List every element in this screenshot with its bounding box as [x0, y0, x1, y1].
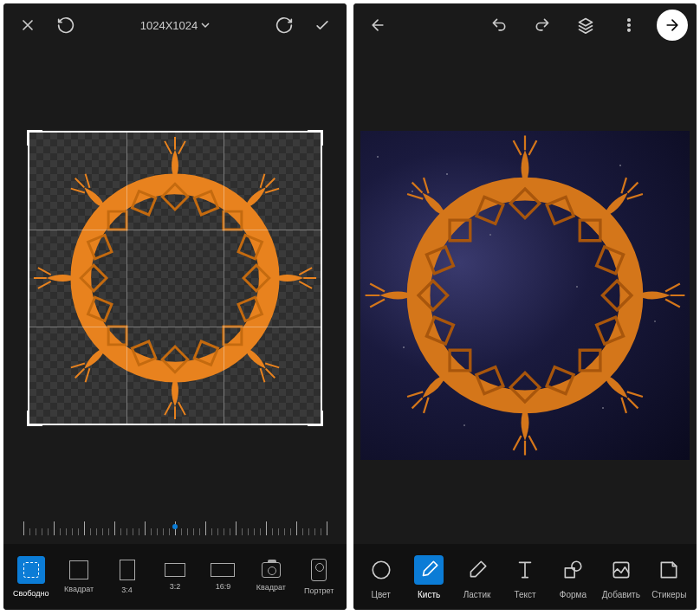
tool-label: Стикеры	[651, 590, 686, 599]
tool-label: Цвет	[371, 590, 390, 599]
back-icon[interactable]	[362, 10, 393, 41]
chevron-down-icon	[201, 21, 210, 29]
undo-icon[interactable]	[483, 10, 515, 41]
crop-handle-bl[interactable]	[27, 411, 42, 426]
ratio-label: Квадрат	[64, 585, 94, 593]
tool-add[interactable]: Добавить	[599, 555, 644, 599]
crop-handle-tl[interactable]	[27, 130, 42, 146]
dimensions-text: 1024X1024	[140, 19, 198, 32]
crop-ratio-bar: Свободно Квадрат 3:4 3:2 16:9 Квадрат По…	[3, 544, 347, 610]
crop-frame[interactable]	[28, 131, 322, 425]
ratio-3-2[interactable]: 3:2	[152, 563, 198, 591]
tool-stickers[interactable]: Стикеры	[646, 555, 691, 599]
tool-label: Ластик	[463, 590, 491, 599]
svg-point-1	[628, 19, 631, 22]
tool-text[interactable]: Текст	[502, 555, 548, 599]
ruler-indicator	[172, 524, 178, 529]
ratio-label: Свободно	[13, 589, 49, 598]
ratio-free[interactable]: Свободно	[9, 556, 54, 598]
draw-canvas[interactable]	[353, 47, 697, 544]
tool-brush[interactable]: Кисть	[406, 555, 451, 599]
crop-handle-br[interactable]	[308, 411, 323, 426]
ratio-3-4[interactable]: 3:4	[105, 560, 150, 594]
ratio-portrait[interactable]: Портрет	[296, 559, 341, 595]
ratio-16-9[interactable]: 16:9	[200, 563, 245, 591]
ratio-label: 3:4	[121, 586, 133, 594]
crop-topbar: 1024X1024	[3, 3, 347, 47]
redo-icon[interactable]	[527, 10, 558, 41]
svg-point-2	[628, 24, 631, 27]
tool-shape[interactable]: Форма	[550, 555, 595, 599]
draw-toolbar: Цвет Кисть Ластик Текст Форма Добавить С…	[353, 544, 697, 610]
redo-icon[interactable]	[269, 10, 300, 41]
crop-canvas[interactable]	[3, 47, 347, 509]
mandala-artwork	[360, 131, 690, 460]
ratio-label: Портрет	[304, 586, 334, 595]
tool-label: Добавить	[602, 590, 640, 599]
svg-point-5	[373, 561, 390, 579]
starfield-bg	[360, 131, 690, 460]
tool-label: Форма	[560, 590, 587, 599]
menu-dots-icon[interactable]	[613, 10, 645, 41]
tool-eraser[interactable]: Ластик	[455, 555, 500, 599]
tool-label: Текст	[514, 590, 535, 599]
layers-icon[interactable]	[570, 10, 601, 41]
tool-label: Кисть	[418, 590, 440, 599]
confirm-icon[interactable]	[307, 10, 338, 41]
tool-color[interactable]: Цвет	[359, 555, 404, 599]
crop-handle-tr[interactable]	[308, 130, 323, 146]
svg-point-7	[572, 561, 581, 571]
ratio-square[interactable]: Квадрат	[56, 560, 101, 593]
draw-editor-screen: Цвет Кисть Ластик Текст Форма Добавить С…	[353, 3, 697, 610]
dimensions-dropdown[interactable]: 1024X1024	[140, 19, 211, 32]
ratio-camera[interactable]: Квадрат	[249, 562, 294, 592]
draw-topbar	[353, 3, 697, 47]
ratio-label: 3:2	[170, 582, 181, 591]
close-icon[interactable]	[12, 10, 43, 41]
rotation-ruler[interactable]	[3, 509, 347, 544]
svg-point-3	[628, 29, 631, 32]
reset-icon[interactable]	[50, 10, 81, 41]
ratio-label: Квадрат	[256, 583, 286, 592]
ratio-label: 16:9	[216, 582, 231, 591]
crop-editor-screen: 1024X1024	[3, 3, 347, 610]
mandala-artwork	[29, 133, 321, 424]
forward-fab[interactable]	[657, 10, 688, 41]
